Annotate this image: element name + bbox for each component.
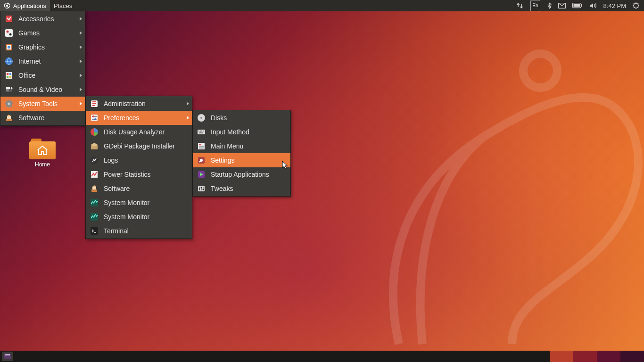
main-menu-icon — [197, 141, 206, 151]
workspace-1[interactable] — [550, 351, 573, 362]
battery-indicator[interactable] — [572, 0, 583, 11]
submenu-arrow-icon — [80, 45, 82, 49]
volume-indicator[interactable] — [589, 0, 597, 11]
tweaks-icon — [197, 184, 206, 193]
menu-item-power-stats[interactable]: Power Statistics — [86, 167, 192, 181]
menu-item-administration[interactable]: Administration — [86, 97, 192, 111]
mouse-cursor — [282, 161, 289, 170]
network-indicator[interactable] — [516, 0, 524, 11]
menu-item-sound-video[interactable]: Sound & Video — [0, 82, 85, 97]
menu-item-gdebi[interactable]: GDebi Package Installer — [86, 139, 192, 153]
applications-menu-button[interactable]: Applications — [0, 0, 50, 11]
mail-indicator[interactable] — [558, 0, 566, 11]
menu-item-software[interactable]: Software — [0, 111, 85, 125]
applications-menu-label: Applications — [13, 2, 46, 9]
menu-item-label: Games — [18, 29, 40, 37]
clock-indicator[interactable]: 8:42 PM — [603, 0, 626, 11]
menu-item-label: Disks — [211, 114, 227, 122]
home-desktop-icon[interactable]: Home — [24, 139, 61, 168]
menu-item-games[interactable]: Games — [0, 26, 85, 40]
menu-item-accessories[interactable]: Accessories — [0, 12, 85, 26]
menu-item-label: Main Menu — [211, 142, 243, 150]
software-icon — [90, 184, 99, 193]
menu-item-preferences[interactable]: Preferences — [86, 111, 192, 125]
submenu-arrow-icon — [80, 31, 82, 35]
preferences-icon — [90, 113, 99, 123]
svg-point-4 — [5, 3, 7, 5]
power-gear-icon — [633, 2, 639, 9]
menu-item-label: System Tools — [18, 100, 58, 107]
menu-item-label: Input Method — [211, 128, 249, 136]
menu-item-system-monitor[interactable]: System Monitor — [86, 210, 192, 224]
svg-rect-61 — [4, 354, 11, 359]
menu-item-system-monitor[interactable]: System Monitor — [86, 196, 192, 210]
menu-item-startup[interactable]: Startup Applications — [193, 167, 290, 181]
menu-item-label: Logs — [104, 156, 118, 164]
submenu-arrow-icon — [187, 102, 189, 106]
menu-item-main-menu[interactable]: Main Menu — [193, 139, 290, 153]
system-tools-icon — [4, 99, 14, 108]
menu-item-disk-usage[interactable]: Disk Usage Analyzer — [86, 125, 192, 139]
software-icon — [4, 113, 14, 123]
home-glyph-icon — [36, 145, 49, 156]
menu-item-settings[interactable]: Settings — [193, 153, 290, 167]
menu-item-label: Accessories — [18, 15, 54, 23]
panel-right-tray: En 8:42 PM — [512, 0, 644, 11]
ubuntu-logo-icon — [4, 2, 10, 9]
menu-item-label: Preferences — [104, 114, 139, 122]
menu-item-label: Software — [18, 114, 44, 122]
menu-item-tweaks[interactable]: Tweaks — [193, 181, 290, 196]
workspace-4[interactable] — [620, 351, 644, 362]
power-stats-icon — [90, 170, 99, 179]
workspace-3[interactable] — [597, 351, 620, 362]
submenu-arrow-icon — [80, 74, 82, 77]
taskbar-button[interactable] — [2, 352, 13, 361]
window-list-icon — [4, 354, 11, 359]
system-monitor-icon — [90, 212, 99, 222]
network-arrows-icon — [516, 2, 524, 9]
bluetooth-indicator[interactable] — [547, 0, 552, 11]
submenu-arrow-icon — [80, 102, 82, 106]
menu-item-label: Sound & Video — [18, 86, 62, 93]
wallpaper-mascot — [342, 14, 644, 354]
menu-item-graphics[interactable]: Graphics — [0, 40, 85, 54]
system-menu-button[interactable] — [633, 0, 639, 11]
graphics-icon — [4, 42, 14, 52]
menu-item-label: System Monitor — [104, 213, 149, 221]
svg-rect-62 — [5, 354, 10, 355]
preferences-submenu: DisksInput MethodMain MenuSettingsStartu… — [192, 110, 291, 197]
menu-item-label: Software — [104, 185, 130, 192]
svg-point-3 — [8, 5, 10, 7]
workspace-switcher[interactable] — [550, 351, 644, 362]
panel-left-group: Applications Places — [0, 0, 76, 11]
menu-item-label: Internet — [18, 58, 41, 65]
menu-item-system-tools[interactable]: System Tools — [0, 97, 85, 111]
svg-rect-8 — [573, 4, 580, 7]
menu-item-terminal[interactable]: Terminal — [86, 224, 192, 238]
startup-icon — [197, 170, 206, 179]
menu-item-label: Tweaks — [211, 185, 233, 192]
speaker-icon — [589, 2, 597, 9]
menu-item-label: Graphics — [18, 43, 45, 51]
logs-icon — [90, 156, 99, 165]
menu-item-office[interactable]: Office — [0, 68, 85, 82]
settings-icon — [197, 156, 206, 165]
svg-point-0 — [523, 54, 557, 88]
menu-item-software[interactable]: Software — [86, 181, 192, 196]
menu-item-input-method[interactable]: Input Method — [193, 125, 290, 139]
keyboard-layout-indicator[interactable]: En — [530, 0, 540, 11]
accessories-icon — [4, 14, 14, 24]
menu-item-label: Power Statistics — [104, 171, 151, 178]
envelope-icon — [558, 3, 566, 8]
disk-usage-icon — [90, 127, 99, 137]
submenu-arrow-icon — [80, 17, 82, 21]
folder-icon — [29, 139, 56, 159]
menu-item-label: Settings — [211, 156, 235, 164]
terminal-icon — [90, 226, 99, 236]
places-menu-button[interactable]: Places — [50, 0, 76, 11]
menu-item-disks[interactable]: Disks — [193, 111, 290, 125]
workspace-2[interactable] — [573, 351, 597, 362]
menu-item-logs[interactable]: Logs — [86, 153, 192, 167]
office-icon — [4, 71, 14, 80]
menu-item-internet[interactable]: Internet — [0, 54, 85, 68]
